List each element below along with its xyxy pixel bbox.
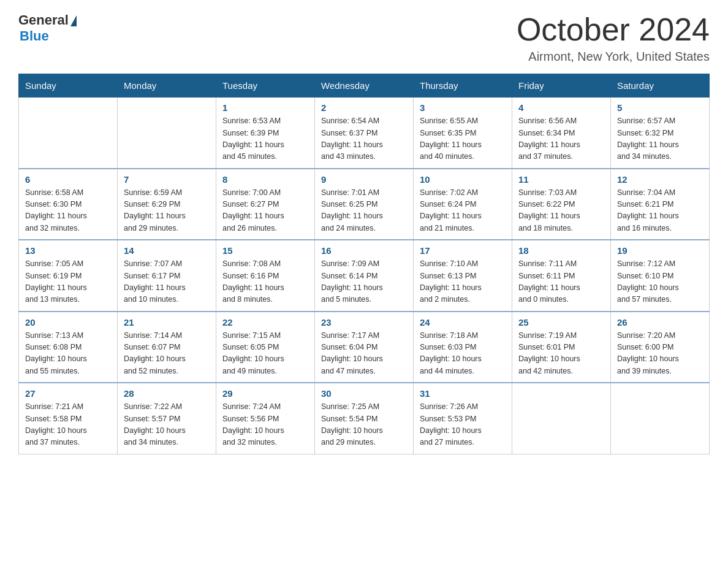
- logo-general-text: General: [18, 12, 69, 28]
- calendar-cell: 28Sunrise: 7:22 AM Sunset: 5:57 PM Dayli…: [118, 383, 216, 454]
- calendar-cell: 19Sunrise: 7:12 AM Sunset: 6:10 PM Dayli…: [611, 240, 710, 312]
- calendar-cell: 11Sunrise: 7:03 AM Sunset: 6:22 PM Dayli…: [512, 169, 611, 240]
- day-number: 13: [25, 245, 111, 256]
- calendar-cell: [19, 98, 118, 169]
- day-number: 26: [617, 317, 703, 327]
- day-number: 22: [222, 317, 308, 327]
- weekday-header-wednesday: Wednesday: [315, 74, 414, 98]
- day-info: Sunrise: 6:59 AM Sunset: 6:29 PM Dayligh…: [124, 187, 210, 235]
- location-subtitle: Airmont, New York, United States: [517, 50, 710, 64]
- day-number: 23: [321, 317, 407, 327]
- day-number: 15: [222, 245, 308, 256]
- day-info: Sunrise: 7:18 AM Sunset: 6:03 PM Dayligh…: [420, 330, 506, 378]
- day-number: 11: [518, 174, 604, 185]
- day-info: Sunrise: 7:21 AM Sunset: 5:58 PM Dayligh…: [25, 401, 111, 449]
- day-info: Sunrise: 7:07 AM Sunset: 6:17 PM Dayligh…: [124, 258, 210, 306]
- day-info: Sunrise: 6:55 AM Sunset: 6:35 PM Dayligh…: [420, 115, 506, 163]
- day-number: 19: [617, 245, 703, 256]
- calendar-week-row: 1Sunrise: 6:53 AM Sunset: 6:39 PM Daylig…: [19, 98, 710, 169]
- day-number: 1: [222, 102, 308, 113]
- calendar-cell: 29Sunrise: 7:24 AM Sunset: 5:56 PM Dayli…: [216, 383, 315, 454]
- calendar-cell: 2Sunrise: 6:54 AM Sunset: 6:37 PM Daylig…: [315, 98, 414, 169]
- day-number: 24: [420, 317, 506, 327]
- day-info: Sunrise: 7:14 AM Sunset: 6:07 PM Dayligh…: [124, 330, 210, 378]
- calendar-header-row: SundayMondayTuesdayWednesdayThursdayFrid…: [19, 74, 710, 98]
- calendar-cell: [611, 383, 710, 454]
- day-number: 25: [518, 317, 604, 327]
- weekday-header-saturday: Saturday: [611, 74, 710, 98]
- day-number: 29: [222, 388, 308, 399]
- day-info: Sunrise: 7:15 AM Sunset: 6:05 PM Dayligh…: [222, 330, 308, 378]
- day-info: Sunrise: 6:56 AM Sunset: 6:34 PM Dayligh…: [518, 115, 604, 163]
- day-info: Sunrise: 7:17 AM Sunset: 6:04 PM Dayligh…: [321, 330, 407, 378]
- calendar-cell: 13Sunrise: 7:05 AM Sunset: 6:19 PM Dayli…: [19, 240, 118, 312]
- calendar-week-row: 13Sunrise: 7:05 AM Sunset: 6:19 PM Dayli…: [19, 240, 710, 312]
- day-number: 20: [25, 317, 111, 327]
- calendar-week-row: 27Sunrise: 7:21 AM Sunset: 5:58 PM Dayli…: [19, 383, 710, 454]
- day-info: Sunrise: 7:20 AM Sunset: 6:00 PM Dayligh…: [617, 330, 703, 378]
- day-number: 31: [420, 388, 506, 399]
- day-info: Sunrise: 7:05 AM Sunset: 6:19 PM Dayligh…: [25, 258, 111, 306]
- day-info: Sunrise: 6:58 AM Sunset: 6:30 PM Dayligh…: [25, 187, 111, 235]
- calendar-cell: 18Sunrise: 7:11 AM Sunset: 6:11 PM Dayli…: [512, 240, 611, 312]
- day-number: 2: [321, 102, 407, 113]
- day-number: 8: [222, 174, 308, 185]
- calendar-cell: 16Sunrise: 7:09 AM Sunset: 6:14 PM Dayli…: [315, 240, 414, 312]
- day-number: 10: [420, 174, 506, 185]
- day-info: Sunrise: 7:19 AM Sunset: 6:01 PM Dayligh…: [518, 330, 604, 378]
- day-info: Sunrise: 7:10 AM Sunset: 6:13 PM Dayligh…: [420, 258, 506, 306]
- day-info: Sunrise: 7:08 AM Sunset: 6:16 PM Dayligh…: [222, 258, 308, 306]
- day-number: 21: [124, 317, 210, 327]
- day-info: Sunrise: 7:24 AM Sunset: 5:56 PM Dayligh…: [222, 401, 308, 449]
- day-number: 4: [518, 102, 604, 113]
- calendar-cell: 25Sunrise: 7:19 AM Sunset: 6:01 PM Dayli…: [512, 312, 611, 383]
- day-number: 6: [25, 174, 111, 185]
- day-number: 16: [321, 245, 407, 256]
- calendar-cell: 3Sunrise: 6:55 AM Sunset: 6:35 PM Daylig…: [414, 98, 512, 169]
- logo-triangle-icon: [70, 15, 77, 26]
- logo: General Blue: [18, 12, 77, 44]
- calendar-week-row: 6Sunrise: 6:58 AM Sunset: 6:30 PM Daylig…: [19, 169, 710, 240]
- day-info: Sunrise: 7:13 AM Sunset: 6:08 PM Dayligh…: [25, 330, 111, 378]
- calendar-cell: 30Sunrise: 7:25 AM Sunset: 5:54 PM Dayli…: [315, 383, 414, 454]
- day-number: 3: [420, 102, 506, 113]
- calendar-cell: 23Sunrise: 7:17 AM Sunset: 6:04 PM Dayli…: [315, 312, 414, 383]
- calendar-cell: 14Sunrise: 7:07 AM Sunset: 6:17 PM Dayli…: [118, 240, 216, 312]
- weekday-header-thursday: Thursday: [414, 74, 512, 98]
- day-number: 27: [25, 388, 111, 399]
- day-info: Sunrise: 7:02 AM Sunset: 6:24 PM Dayligh…: [420, 187, 506, 235]
- calendar-table: SundayMondayTuesdayWednesdayThursdayFrid…: [18, 74, 710, 454]
- calendar-week-row: 20Sunrise: 7:13 AM Sunset: 6:08 PM Dayli…: [19, 312, 710, 383]
- weekday-header-sunday: Sunday: [19, 74, 118, 98]
- day-info: Sunrise: 7:00 AM Sunset: 6:27 PM Dayligh…: [222, 187, 308, 235]
- weekday-header-monday: Monday: [118, 74, 216, 98]
- calendar-cell: 4Sunrise: 6:56 AM Sunset: 6:34 PM Daylig…: [512, 98, 611, 169]
- weekday-header-tuesday: Tuesday: [216, 74, 315, 98]
- day-number: 12: [617, 174, 703, 185]
- calendar-cell: 26Sunrise: 7:20 AM Sunset: 6:00 PM Dayli…: [611, 312, 710, 383]
- day-info: Sunrise: 7:11 AM Sunset: 6:11 PM Dayligh…: [518, 258, 604, 306]
- calendar-cell: 10Sunrise: 7:02 AM Sunset: 6:24 PM Dayli…: [414, 169, 512, 240]
- day-number: 14: [124, 245, 210, 256]
- day-number: 28: [124, 388, 210, 399]
- day-info: Sunrise: 7:09 AM Sunset: 6:14 PM Dayligh…: [321, 258, 407, 306]
- calendar-cell: 12Sunrise: 7:04 AM Sunset: 6:21 PM Dayli…: [611, 169, 710, 240]
- calendar-cell: 7Sunrise: 6:59 AM Sunset: 6:29 PM Daylig…: [118, 169, 216, 240]
- calendar-cell: 15Sunrise: 7:08 AM Sunset: 6:16 PM Dayli…: [216, 240, 315, 312]
- day-number: 30: [321, 388, 407, 399]
- day-info: Sunrise: 6:57 AM Sunset: 6:32 PM Dayligh…: [617, 115, 703, 163]
- calendar-cell: 6Sunrise: 6:58 AM Sunset: 6:30 PM Daylig…: [19, 169, 118, 240]
- day-info: Sunrise: 7:01 AM Sunset: 6:25 PM Dayligh…: [321, 187, 407, 235]
- day-info: Sunrise: 7:25 AM Sunset: 5:54 PM Dayligh…: [321, 401, 407, 449]
- day-info: Sunrise: 7:03 AM Sunset: 6:22 PM Dayligh…: [518, 187, 604, 235]
- day-number: 5: [617, 102, 703, 113]
- day-number: 7: [124, 174, 210, 185]
- day-number: 18: [518, 245, 604, 256]
- calendar-cell: 9Sunrise: 7:01 AM Sunset: 6:25 PM Daylig…: [315, 169, 414, 240]
- day-info: Sunrise: 6:53 AM Sunset: 6:39 PM Dayligh…: [222, 115, 308, 163]
- calendar-cell: 24Sunrise: 7:18 AM Sunset: 6:03 PM Dayli…: [414, 312, 512, 383]
- day-info: Sunrise: 7:04 AM Sunset: 6:21 PM Dayligh…: [617, 187, 703, 235]
- calendar-cell: 22Sunrise: 7:15 AM Sunset: 6:05 PM Dayli…: [216, 312, 315, 383]
- day-info: Sunrise: 7:12 AM Sunset: 6:10 PM Dayligh…: [617, 258, 703, 306]
- day-info: Sunrise: 7:22 AM Sunset: 5:57 PM Dayligh…: [124, 401, 210, 449]
